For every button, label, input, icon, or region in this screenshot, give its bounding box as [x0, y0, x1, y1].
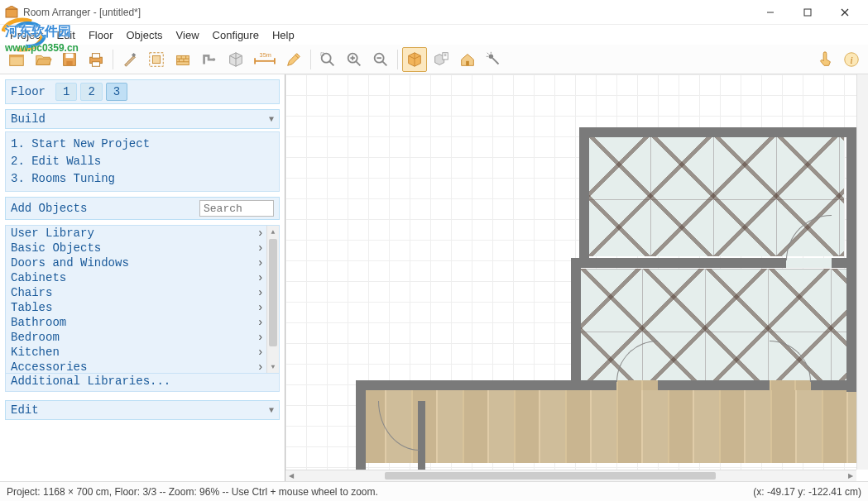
svg-point-26 [213, 58, 216, 61]
chevron-right-icon: › [257, 271, 264, 284]
menu-configure[interactable]: Configure [206, 26, 266, 44]
build-step-3[interactable]: 3. Rooms Tuning [11, 170, 274, 188]
svg-line-47 [492, 58, 498, 64]
svg-line-50 [487, 52, 489, 54]
svg-rect-15 [92, 61, 99, 66]
wall-editor-button[interactable] [144, 47, 169, 72]
category-kitchen[interactable]: Kitchen› [6, 345, 279, 360]
effects-button[interactable] [482, 47, 506, 72]
chevron-right-icon: › [257, 360, 264, 374]
svg-rect-11 [65, 53, 73, 58]
build-panel-header[interactable]: Build ▼ [5, 109, 280, 129]
chevron-right-icon: › [257, 241, 264, 255]
statusbar: Project: 1168 × 700 cm, Floor: 3/3 -- Zo… [0, 481, 868, 501]
menu-objects[interactable]: Objects [120, 26, 170, 44]
new-project-button[interactable] [4, 47, 29, 72]
menu-floor[interactable]: Floor [82, 26, 120, 44]
print-button[interactable] [84, 47, 108, 72]
svg-line-40 [382, 60, 387, 65]
category-chairs[interactable]: Chairs› [6, 285, 279, 300]
additional-libraries[interactable]: Additional Libraries... [6, 374, 279, 389]
edit-panel-header[interactable]: Edit ▼ [5, 400, 280, 420]
cursor-coordinates: (x: -49.17 y: -122.41 cm) [753, 486, 861, 498]
canvas-vertical-scrollbar[interactable] [856, 74, 868, 470]
build-steps-list: 1. Start New Project 2. Edit Walls 3. Ro… [5, 131, 280, 192]
scroll-left-icon[interactable]: ◀ [285, 470, 297, 481]
chevron-right-icon: › [257, 227, 264, 240]
floor-tab-1[interactable]: 1 [55, 83, 77, 101]
zoom-fit-button[interactable] [315, 47, 340, 72]
chevron-right-icon: › [257, 331, 264, 344]
scroll-thumb[interactable] [385, 472, 716, 480]
app-icon [5, 6, 18, 19]
chevron-right-icon: › [257, 286, 264, 299]
category-cabinets[interactable]: Cabinets› [6, 270, 279, 285]
view-3d-button[interactable] [402, 47, 427, 72]
edit-label: Edit [11, 403, 39, 417]
zoom-in-button[interactable] [342, 47, 367, 72]
floorplan-canvas[interactable]: ◀ ▶ [285, 74, 868, 481]
wall [579, 127, 589, 264]
category-doors-windows[interactable]: Doors and Windows› [6, 255, 279, 270]
toolbar: 35m i [0, 45, 868, 74]
collapse-triangle-icon: ▼ [269, 406, 274, 415]
chevron-right-icon: › [257, 316, 264, 329]
category-bedroom[interactable]: Bedroom› [6, 330, 279, 345]
sidebar: Floor 1 2 3 Build ▼ 1. Start New Project… [0, 74, 285, 481]
add-objects-label: Add Objects [11, 202, 87, 215]
menu-edit[interactable]: Edit [50, 26, 81, 44]
floor-panel-header: Floor 1 2 3 [5, 79, 280, 104]
floor-tab-2[interactable]: 2 [80, 83, 102, 101]
info-button[interactable]: i [839, 47, 864, 72]
open-project-button[interactable] [31, 47, 55, 72]
home-3d-button[interactable] [455, 47, 480, 72]
category-scrollbar[interactable]: ▲▼ [266, 226, 279, 373]
svg-rect-16 [132, 52, 136, 56]
chevron-right-icon: › [257, 256, 264, 270]
floor-label: Floor [11, 85, 46, 98]
wall [356, 380, 366, 470]
build-step-2[interactable]: 2. Edit Walls [11, 153, 274, 170]
category-tables[interactable]: Tables› [6, 300, 279, 315]
cube-3d-button[interactable] [223, 47, 248, 72]
svg-marker-3 [6, 6, 17, 9]
wood-floor-region [360, 380, 856, 463]
paintbrush-button[interactable] [117, 47, 142, 72]
add-objects-panel-header[interactable]: Add Objects [5, 197, 280, 220]
floor-tab-3[interactable]: 3 [106, 83, 127, 101]
menu-view[interactable]: View [170, 26, 206, 44]
pencil-edit-button[interactable] [281, 47, 306, 72]
svg-rect-9 [10, 55, 24, 57]
build-label: Build [11, 112, 46, 126]
category-user-library[interactable]: User Library› [6, 226, 279, 241]
svg-rect-2 [6, 9, 17, 17]
search-input[interactable] [199, 200, 274, 217]
pattern-wall-button[interactable] [170, 47, 195, 72]
scroll-right-icon[interactable]: ▶ [845, 470, 856, 481]
zoom-out-button[interactable] [368, 47, 393, 72]
category-bathroom[interactable]: Bathroom› [6, 315, 279, 330]
wall [579, 127, 856, 137]
save-project-button[interactable] [57, 47, 82, 72]
chevron-right-icon: › [257, 346, 264, 359]
menubar: Project Edit Floor Objects View Configur… [0, 25, 868, 45]
svg-text:i: i [850, 54, 853, 65]
menu-project[interactable]: Project [3, 26, 50, 44]
canvas-horizontal-scrollbar[interactable]: ◀ ▶ [285, 470, 856, 481]
svg-rect-19 [177, 55, 189, 64]
build-step-1[interactable]: 1. Start New Project [11, 136, 274, 153]
category-basic-objects[interactable]: Basic Objects› [6, 241, 279, 255]
object-category-list: User Library› Basic Objects› Doors and W… [5, 225, 280, 374]
maximize-button[interactable] [789, 1, 826, 24]
menu-help[interactable]: Help [266, 26, 301, 44]
minimize-button[interactable] [751, 1, 789, 24]
wall [571, 258, 581, 390]
category-accessories[interactable]: Accessories› [6, 360, 279, 375]
close-button[interactable] [826, 1, 863, 24]
measure-button[interactable]: 35m [250, 47, 280, 72]
svg-rect-12 [66, 60, 72, 65]
3d-misc-button[interactable] [429, 47, 453, 72]
svg-line-36 [356, 60, 361, 65]
wall-operations-button[interactable] [197, 47, 222, 72]
pointer-touch-button[interactable] [813, 47, 837, 72]
